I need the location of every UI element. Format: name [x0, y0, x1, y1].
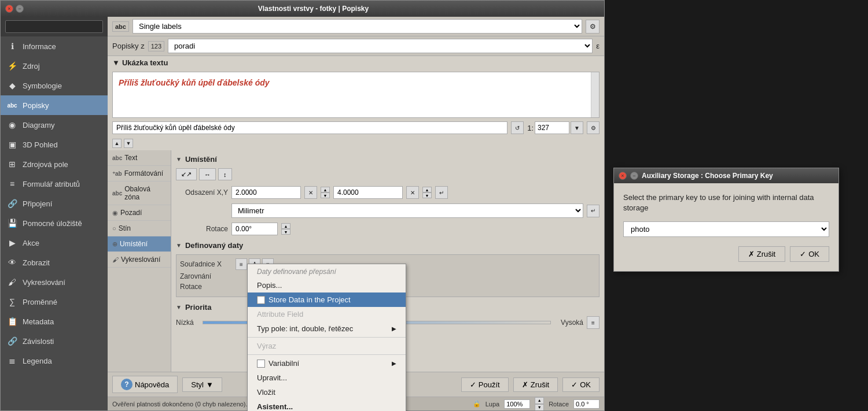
- offset-y-spin: ▲ ▼: [422, 187, 432, 198]
- labels-icon: abc: [6, 99, 18, 111]
- ctx-upravit[interactable]: Upravit...: [248, 371, 406, 385]
- scale-box: 1: ▼: [527, 121, 583, 134]
- ctx-storedata[interactable]: Store Data in the Project: [248, 292, 406, 307]
- sidebar-item-formulare[interactable]: ≡ Formulář atributů: [1, 174, 108, 194]
- field-select[interactable]: poradi: [168, 39, 593, 53]
- aux-primary-key-select[interactable]: photo: [623, 221, 829, 237]
- cancel-button[interactable]: ✗ Zrušit: [513, 377, 558, 392]
- aux-min-btn[interactable]: −: [630, 172, 638, 180]
- aux-close-btn[interactable]: ×: [619, 172, 627, 180]
- rotation-up-btn[interactable]: ▲: [281, 223, 290, 229]
- lupa-label: Lupa: [486, 401, 499, 408]
- sidebar-item-promenne[interactable]: ∑ Proměnné: [1, 292, 108, 312]
- offset-x-clear-btn[interactable]: ✕: [304, 186, 317, 199]
- aux-cancel-button[interactable]: ✗ Zrušit: [738, 246, 786, 262]
- aux-ok-label: OK: [808, 250, 819, 258]
- rotation-input[interactable]: [231, 223, 278, 235]
- ctx-vlozit-label: Vložit: [257, 388, 275, 397]
- apply-label: Použít: [479, 380, 500, 389]
- sidebar-item-pomocne[interactable]: 💾 Pomocné úložiště: [1, 213, 108, 233]
- offset-row: Odsazení X,Y ✕ ▲ ▼ ✕ ▲ ▼ ↵: [176, 186, 599, 199]
- preview-refresh-btn[interactable]: ↺: [511, 121, 524, 134]
- ctx-vlozit[interactable]: Vložit: [248, 385, 406, 399]
- label-settings-btn[interactable]: ⚙: [586, 20, 599, 34]
- offset-y-down-btn[interactable]: ▼: [422, 192, 432, 198]
- sidebar-item-zdroj[interactable]: ⚡ Zdroj: [1, 56, 108, 76]
- offset-unit-btn[interactable]: ↵: [435, 186, 448, 199]
- sidebar-item-popisky[interactable]: abc Popisky: [1, 95, 108, 115]
- placement-btn-1[interactable]: ↙↗: [176, 168, 197, 180]
- aux-ok-button[interactable]: ✓ OK: [790, 246, 829, 262]
- souradnice-icon1[interactable]: ≡: [236, 258, 247, 270]
- ctx-variabilni[interactable]: Variabilní ▶: [248, 356, 406, 371]
- lupa-down-btn[interactable]: ▼: [535, 404, 544, 411]
- unit-apply-btn[interactable]: ↵: [587, 205, 599, 217]
- sidebar-item-zavislosti[interactable]: 🔗 Závislosti: [1, 331, 108, 351]
- cat-stin[interactable]: ○ Stín: [108, 221, 171, 236]
- cat-umisteni[interactable]: ⊕ Umístění: [108, 236, 171, 252]
- sidebar-item-pripojeni[interactable]: 🔗 Připojení: [1, 194, 108, 213]
- lupa-input[interactable]: [504, 399, 530, 409]
- sidebar-item-informace[interactable]: ℹ Informace: [1, 36, 108, 56]
- offset-x-input[interactable]: [231, 186, 301, 199]
- offset-y-clear-btn[interactable]: ✕: [406, 186, 419, 199]
- sidebar-item-diagramy[interactable]: ◉ Diagramy: [1, 115, 108, 135]
- sidebar-search-area: [1, 17, 108, 36]
- placement-btn-2[interactable]: ↔: [199, 168, 216, 180]
- ok-button[interactable]: ✓ OK: [562, 377, 599, 392]
- help-button[interactable]: ? Nápověda: [112, 376, 178, 393]
- sidebar-item-legenda[interactable]: ≣ Legenda: [1, 351, 108, 371]
- priority-high-icon[interactable]: ≡: [587, 316, 599, 329]
- sidebar-search-input[interactable]: [5, 20, 103, 33]
- offset-y-input[interactable]: [333, 186, 403, 199]
- sidebar-item-zobrazit[interactable]: 👁 Zobrazit: [1, 253, 108, 272]
- scroll-down-btn[interactable]: ▼: [124, 139, 133, 148]
- scale-input[interactable]: [535, 121, 569, 134]
- preview-settings-btn[interactable]: ⚙: [587, 121, 599, 134]
- categories-panel: abc Text ⁺ab Formátování abc Obalová zón…: [108, 150, 171, 372]
- field-type-icon: 123: [148, 41, 164, 51]
- cat-buffer-label: Obalová zóna: [124, 185, 166, 201]
- rotation-down-btn[interactable]: ▼: [281, 229, 290, 235]
- minimize-button[interactable]: −: [16, 5, 24, 13]
- cat-formatovani[interactable]: ⁺ab Formátování: [108, 166, 171, 182]
- placement-btn-3[interactable]: ↕: [218, 168, 232, 180]
- close-button[interactable]: ×: [5, 5, 13, 13]
- cat-text[interactable]: abc Text: [108, 150, 171, 166]
- sidebar-item-symbologie[interactable]: ◆ Symbologie: [1, 76, 108, 95]
- cat-obalova[interactable]: abc Obalová zóna: [108, 182, 171, 205]
- sidebar-item-3dpohled[interactable]: ▣ 3D Pohled: [1, 135, 108, 154]
- placement-buttons: ↙↗ ↔ ↕: [176, 168, 599, 180]
- cat-shadow-label: Stín: [119, 224, 131, 232]
- label-type-select[interactable]: Single labels: [133, 19, 582, 34]
- unit-row: Milimetr ↵: [176, 203, 599, 218]
- sidebar-item-vykreslovani[interactable]: 🖌 Vykreslování: [1, 272, 108, 292]
- lupa-up-btn[interactable]: ▲: [535, 397, 544, 404]
- ctx-typepole[interactable]: Typ pole: int, double, řetězec ▶: [248, 321, 406, 336]
- ctx-vyraz-label: Výraz: [257, 342, 276, 350]
- help-icon: ?: [121, 379, 133, 390]
- unit-select[interactable]: Milimetr: [231, 203, 583, 218]
- offset-y-up-btn[interactable]: ▲: [422, 187, 432, 192]
- rotace-label: Rotace: [180, 283, 232, 291]
- sidebar-item-metadata[interactable]: 📋 Metadata: [1, 312, 108, 331]
- sidebar-item-zdrojovapole[interactable]: ⊞ Zdrojová pole: [1, 154, 108, 174]
- scale-down-btn[interactable]: ▼: [571, 121, 583, 134]
- symbology-icon: ◆: [6, 80, 18, 91]
- sidebar-item-akce[interactable]: ▶ Akce: [1, 233, 108, 253]
- cat-format-icon: ⁺ab: [112, 171, 122, 177]
- rotace-status-input[interactable]: [573, 399, 599, 409]
- cat-vykreslovani[interactable]: 🖌 Vykreslování: [108, 252, 171, 268]
- preview-text-input[interactable]: [112, 121, 507, 134]
- offset-x-up-btn[interactable]: ▲: [321, 187, 330, 192]
- scroll-up-btn[interactable]: ▲: [112, 139, 122, 148]
- preview-scrollbar[interactable]: [591, 72, 599, 117]
- cat-pozadi[interactable]: ◉ Pozadí: [108, 205, 171, 221]
- offset-x-down-btn[interactable]: ▼: [321, 192, 330, 198]
- ctx-popis[interactable]: Popis...: [248, 278, 406, 292]
- ctx-asistent[interactable]: Asistent...: [248, 399, 406, 411]
- sidebar-item-label: Připojení: [23, 199, 52, 208]
- style-button[interactable]: Styl ▼: [182, 377, 222, 392]
- apply-button[interactable]: ✓ Použít: [461, 377, 509, 392]
- expression-btn[interactable]: ε: [596, 42, 599, 50]
